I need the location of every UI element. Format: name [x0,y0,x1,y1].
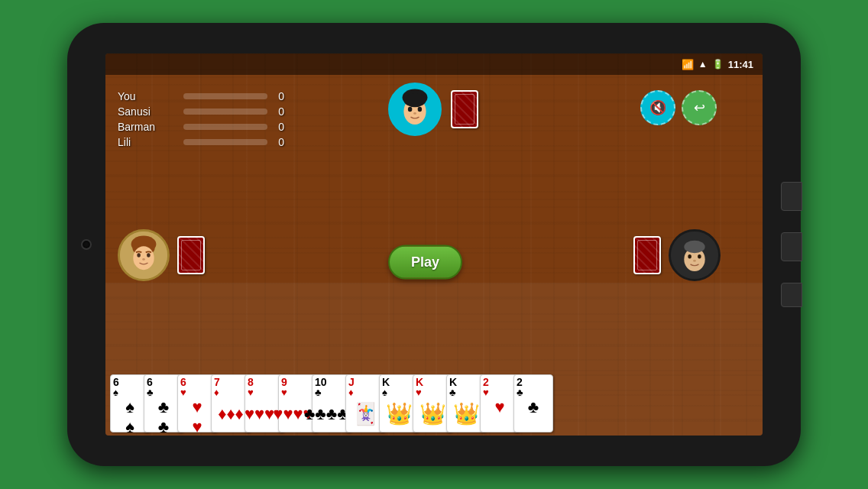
score-row-sanusi: Sanusi 0 [118,105,284,118]
svg-point-5 [418,107,422,112]
face-card-art: 👑 [382,397,416,430]
svg-point-12 [147,253,151,257]
card-center: ♣♣♣ [147,397,180,436]
card-rank: K [416,377,449,387]
svg-point-4 [408,107,412,112]
card-suit: ♦ [214,387,248,397]
nav-recent-button[interactable] [781,182,802,211]
nav-home-button[interactable] [781,232,802,261]
game-area: You 0 Sanusi 0 Barman 0 Lili 0 [105,75,763,436]
card-center: ♥♥♥ [180,397,214,436]
score-bar-barman [183,124,267,130]
card-rank: 2 [517,377,550,387]
svg-point-10 [133,246,154,270]
card-suit: ♦ [348,387,382,397]
status-bar: 📶 ▲ 🔋 11:41 [105,53,763,75]
right-player-face [671,232,718,279]
card-suit: ♥ [248,387,281,397]
play-button[interactable]: Play [388,245,462,280]
left-player-face [120,232,167,279]
right-player-card [633,236,661,274]
scoreboard: You 0 Sanusi 0 Barman 0 Lili 0 [118,90,284,151]
action-buttons: 🔇 ↩ [640,90,717,125]
card-suit: ♣ [315,387,348,397]
score-val-sanusi: 0 [272,105,284,118]
card-rank: J [348,377,382,387]
score-row-lili: Lili 0 [118,136,284,148]
card-back-inner-left [181,240,201,270]
card-rank: 10 [315,377,348,387]
score-name-sanusi: Sanusi [118,105,179,118]
card-rank: 7 [214,377,248,387]
score-val-lili: 0 [272,136,284,148]
card-back-inner [455,94,474,125]
wifi-icon: 📶 [682,59,694,70]
card-back-inner-right [637,240,657,270]
top-player-avatar [388,83,442,136]
right-player-avatar [669,229,721,281]
card-suit: ♥ [483,387,517,397]
score-val-you: 0 [272,90,284,102]
card-suit: ♣ [147,387,180,397]
nav-back-button[interactable] [781,283,802,307]
card-suit: ♥ [180,387,214,397]
card-center: ♣♣ [517,397,550,436]
score-bar-lili [183,139,267,145]
card-rank: 6 [147,377,180,387]
left-player-avatar [118,229,170,281]
score-bar-sanusi [183,108,267,115]
game-screen: 📶 ▲ 🔋 11:41 You 0 Sanusi 0 Barma [105,53,763,436]
face-card-art: 🃏 [348,397,382,430]
top-player-area [388,83,478,136]
left-player-area [118,229,205,281]
card-rank: 9 [281,377,315,387]
svg-point-13 [142,258,145,261]
card-rank: 6 [180,377,214,387]
card-suit: ♠ [382,387,416,397]
card-rank: K [382,377,416,387]
signal-icon: ▲ [698,59,708,70]
status-time: 11:41 [728,59,753,70]
face-card-art: 👑 [416,397,449,430]
back-button[interactable]: ↩ [682,90,717,125]
svg-point-3 [403,93,426,107]
card-rank: 8 [248,377,281,387]
svg-point-16 [684,241,704,253]
svg-point-11 [137,253,141,257]
score-row-you: You 0 [118,90,284,102]
card-rank: 6 [113,377,147,387]
svg-point-19 [693,260,696,262]
card-rank: 2 [483,377,517,387]
top-player-face [390,85,439,134]
card-suit: ♥ [416,387,449,397]
svg-point-6 [413,112,416,115]
card-center: ♣♣♣♣♣ [315,397,348,430]
score-bar-you [183,93,267,99]
card-2-clubs[interactable]: 2 ♣ ♣♣ [513,374,553,432]
face-card-art: 👑 [449,397,483,430]
card-suit: ♥ [281,387,315,397]
svg-point-18 [698,254,701,258]
card-center: ♥♥ [483,397,517,436]
score-name-you: You [118,90,179,102]
card-suit: ♠ [113,387,147,397]
card-suit: ♣ [449,387,483,397]
right-player-area [633,229,721,281]
mute-icon: 🔇 [649,99,666,116]
card-rank: K [449,377,483,387]
phone-speaker [81,239,92,250]
hand-area: 6 ♠ ♠♠♠ 6 ♣ ♣♣♣ 6 ♥ [105,283,763,436]
battery-icon: 🔋 [712,59,724,70]
score-name-barman: Barman [118,121,179,133]
card-suit: ♣ [517,387,550,397]
phone-device: 📶 ▲ 🔋 11:41 You 0 Sanusi 0 Barma [67,23,801,466]
left-player-card [177,236,205,274]
score-name-lili: Lili [118,136,179,148]
score-row-barman: Barman 0 [118,121,284,133]
svg-point-17 [688,254,691,258]
score-val-barman: 0 [272,121,284,133]
back-icon: ↩ [694,99,705,116]
card-center: ♠♠♠ [113,397,147,436]
phone-side-buttons [781,182,802,307]
mute-button[interactable]: 🔇 [640,90,675,125]
